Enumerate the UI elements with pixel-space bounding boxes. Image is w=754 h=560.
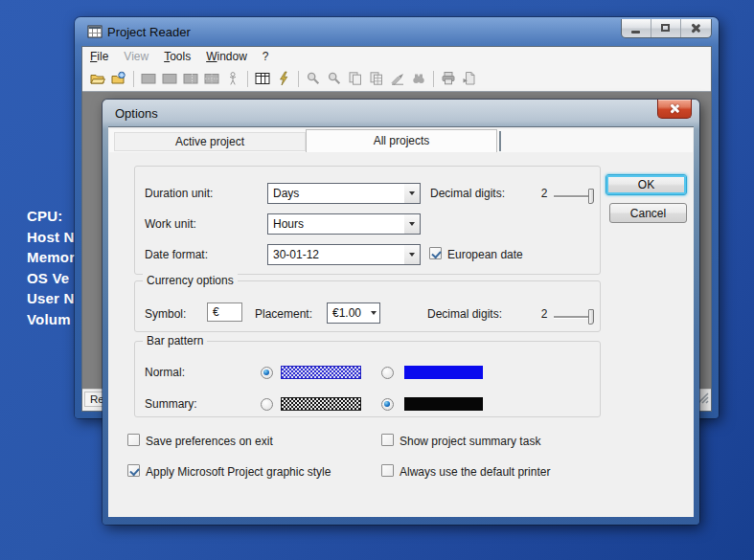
toolbar-separator [247, 71, 248, 87]
minimize-button[interactable] [622, 19, 651, 37]
menu-tools[interactable]: Tools [156, 48, 198, 65]
info-line: Host N [27, 227, 75, 248]
menu-help[interactable]: ? [255, 48, 277, 65]
work-unit-dropdown[interactable]: Hours [267, 213, 421, 235]
bar-pattern-group: Bar pattern Normal: Summary: [134, 341, 601, 417]
normal-solid-swatch[interactable] [404, 366, 483, 379]
dialog-close-button[interactable] [657, 100, 692, 119]
work-unit-label: Work unit: [145, 217, 196, 231]
normal-hatched-radio[interactable] [261, 367, 273, 379]
menu-file[interactable]: File [82, 48, 116, 65]
task-view-icon [162, 71, 178, 87]
open-web-folder-icon[interactable] [111, 71, 127, 87]
lightning-icon[interactable] [276, 71, 292, 87]
dialog-title: Options [115, 106, 158, 121]
split-view-icon [183, 71, 199, 87]
tab-all-projects[interactable]: All projects [306, 129, 497, 152]
normal-label: Normal: [145, 366, 185, 379]
currency-decimal-slider[interactable] [554, 309, 594, 325]
dialog-client-area: Active project All projects Duration uni… [108, 126, 694, 517]
decimal-digits-slider[interactable] [554, 189, 594, 204]
title-bar[interactable]: Project Reader [75, 17, 719, 46]
dialog-title-bar[interactable]: Options [103, 100, 699, 126]
apply-msp-style-label: Apply Microsoft Project graphic style [146, 465, 331, 479]
date-format-dropdown[interactable]: 30-01-12 [267, 244, 421, 265]
chevron-down-icon [367, 303, 379, 323]
info-line: OS Ve [27, 268, 75, 289]
info-line: Memor [27, 247, 75, 268]
gantt-view-icon [141, 71, 157, 87]
symbol-input[interactable]: € [207, 302, 242, 322]
date-format-value: 30-01-12 [268, 248, 404, 261]
duration-unit-label: Duration unit: [145, 187, 213, 200]
menu-bar: File View Tools Window ? [82, 47, 711, 66]
summary-solid-radio[interactable] [381, 398, 394, 411]
cancel-button[interactable]: Cancel [609, 203, 687, 223]
bar-pattern-label: Bar pattern [143, 334, 207, 347]
duration-unit-value: Days [268, 187, 404, 200]
toolbar [82, 66, 711, 92]
menu-view: View [116, 48, 156, 65]
currency-options-group: Currency options Symbol: € Placement: €1… [134, 280, 601, 332]
normal-solid-radio[interactable] [381, 367, 394, 379]
summary-hatched-swatch[interactable] [281, 397, 361, 411]
tab-separator [499, 131, 501, 151]
decimal-digits-label: Decimal digits: [427, 307, 502, 321]
info-line: User N [27, 288, 75, 309]
table-icon[interactable] [255, 71, 271, 87]
show-project-summary-checkbox[interactable] [381, 434, 394, 446]
currency-options-label: Currency options [143, 274, 238, 287]
summary-hatched-radio[interactable] [261, 398, 273, 411]
zoom-in-icon [306, 71, 322, 87]
minimize-icon [631, 31, 640, 34]
duration-unit-dropdown[interactable]: Days [267, 183, 421, 204]
print-preview-icon [462, 71, 478, 87]
printer-icon [441, 71, 457, 87]
save-preferences-label: Save preferences on exit [146, 435, 273, 448]
close-icon [669, 103, 680, 114]
chevron-down-icon [404, 245, 420, 264]
caption-buttons [621, 19, 712, 38]
decimal-digits-value: 2 [537, 187, 551, 200]
slider-groove [554, 195, 588, 197]
european-date-label: European date [447, 248, 523, 261]
slider-thumb[interactable] [588, 189, 594, 204]
grid-view-icon [204, 71, 220, 87]
apply-msp-style-checkbox[interactable] [127, 464, 140, 477]
chevron-down-icon [404, 184, 420, 203]
binoculars-icon [411, 71, 427, 87]
placement-label: Placement: [255, 307, 312, 321]
maximize-icon [661, 24, 670, 32]
menu-window[interactable]: Window [198, 48, 255, 65]
toolbar-separator [133, 71, 134, 87]
tab-active-project[interactable]: Active project [114, 132, 306, 151]
decimal-digits-label: Decimal digits: [430, 187, 505, 200]
zoom-out-icon [327, 71, 343, 87]
placement-dropdown[interactable]: €1.00 [327, 302, 380, 324]
placement-value: €1.00 [328, 306, 367, 320]
chevron-down-icon [404, 214, 420, 234]
maximize-button[interactable] [651, 19, 681, 37]
work-unit-value: Hours [268, 217, 404, 231]
window-title: Project Reader [107, 25, 191, 39]
decimal-digits-value: 2 [537, 307, 551, 321]
date-format-label: Date format: [145, 248, 208, 261]
tab-strip: Active project All projects [109, 129, 693, 152]
export-icon [390, 71, 406, 87]
default-printer-checkbox[interactable] [381, 464, 394, 477]
default-printer-label: Always use the default printer [400, 465, 550, 479]
ok-button[interactable]: OK [605, 174, 687, 195]
normal-hatched-swatch[interactable] [281, 366, 361, 379]
close-button[interactable] [681, 19, 711, 37]
open-folder-icon[interactable] [90, 71, 106, 87]
toolbar-separator [433, 71, 434, 87]
toolbar-separator [298, 71, 299, 87]
dialog-options: Options Active project All projects Dura… [103, 100, 699, 525]
symbol-label: Symbol: [145, 307, 186, 321]
slider-thumb[interactable] [588, 309, 594, 325]
summary-solid-swatch[interactable] [404, 397, 483, 411]
save-preferences-checkbox[interactable] [127, 434, 140, 446]
summary-label: Summary: [145, 397, 197, 411]
close-icon [690, 23, 701, 34]
european-date-checkbox[interactable] [429, 247, 442, 259]
